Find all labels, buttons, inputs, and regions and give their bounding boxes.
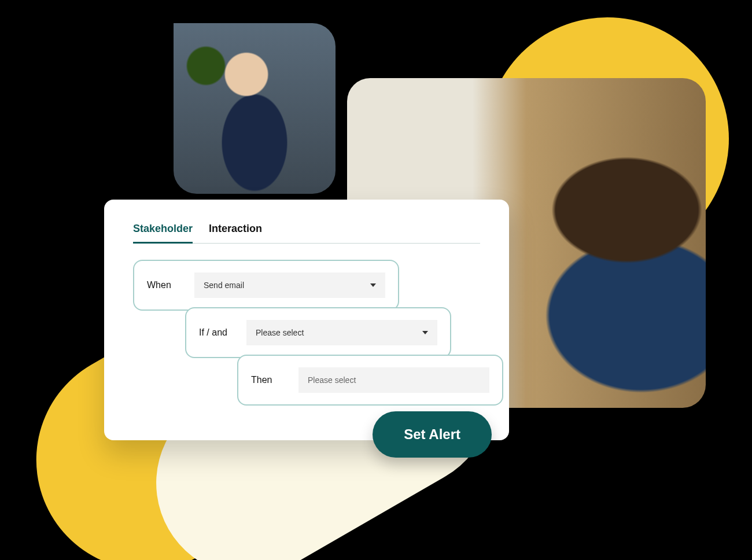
- then-select-value: Please select: [308, 375, 356, 385]
- chevron-down-icon: [370, 283, 376, 287]
- when-select-value: Send email: [204, 281, 244, 290]
- rule-row-if: If / and Please select: [185, 307, 451, 358]
- when-label: When: [147, 280, 183, 290]
- tabs: Stakeholder Interaction: [133, 223, 480, 244]
- if-select-value: Please select: [256, 328, 304, 337]
- tab-interaction[interactable]: Interaction: [209, 223, 262, 243]
- rule-row-then: Then Please select: [237, 355, 503, 406]
- photo-woman-phone-image: [174, 23, 336, 194]
- alert-builder-card: Stakeholder Interaction When Send email …: [104, 200, 509, 440]
- rule-row-when: When Send email: [133, 260, 399, 311]
- tab-stakeholder[interactable]: Stakeholder: [133, 223, 193, 244]
- if-select[interactable]: Please select: [246, 320, 437, 345]
- when-select[interactable]: Send email: [194, 272, 385, 298]
- then-select[interactable]: Please select: [298, 367, 489, 393]
- photo-woman-phone: [174, 23, 336, 194]
- set-alert-button[interactable]: Set Alert: [373, 411, 492, 458]
- if-label: If / and: [199, 327, 235, 338]
- then-label: Then: [251, 375, 287, 385]
- chevron-down-icon: [422, 331, 428, 334]
